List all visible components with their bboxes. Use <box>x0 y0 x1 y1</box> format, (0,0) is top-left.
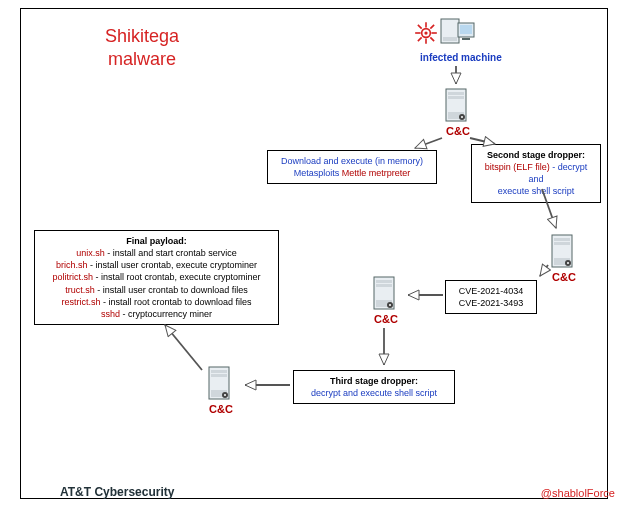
mettle-line2b: Mettle metrpreter <box>342 168 411 178</box>
svg-point-1 <box>424 31 427 34</box>
svg-rect-14 <box>462 38 470 40</box>
mettle-line2a: Metasploits <box>294 168 342 178</box>
footer-left: AT&T Cybersecurity <box>60 485 174 499</box>
svg-rect-13 <box>460 25 472 34</box>
svg-rect-23 <box>554 242 570 245</box>
payload-l2b: - install user crontab, execute cryptomi… <box>87 260 257 270</box>
cve-line2: CVE-2021-3493 <box>452 297 530 309</box>
svg-point-32 <box>389 304 391 306</box>
second-line2: execute shell script <box>478 185 594 197</box>
svg-rect-29 <box>376 284 392 287</box>
second-stage-title: Second stage dropper: <box>478 149 594 161</box>
svg-rect-34 <box>211 370 227 373</box>
payload-l1b: - install and start crontab service <box>105 248 237 258</box>
third-stage-line1: decrypt and execute shell script <box>300 387 448 399</box>
infected-machine-icon <box>438 17 476 55</box>
svg-line-6 <box>418 25 422 29</box>
footer-right: @shablolForce <box>541 487 615 499</box>
cc3-server-icon <box>370 275 398 317</box>
cve-line1: CVE-2021-4034 <box>452 285 530 297</box>
cc1-label: C&C <box>446 125 470 137</box>
cc2-server-icon <box>548 233 576 275</box>
svg-rect-16 <box>448 92 464 95</box>
cc4-label: C&C <box>209 403 233 415</box>
virus-icon <box>413 20 439 50</box>
third-stage-title: Third stage dropper: <box>300 375 448 387</box>
payload-l1a: unix.sh <box>76 248 105 258</box>
svg-rect-17 <box>448 96 464 99</box>
cve-box: CVE-2021-4034 CVE-2021-3493 <box>445 280 537 314</box>
payload-box: Final payload: unix.sh - install and sta… <box>34 230 279 325</box>
payload-l3b: - install root crontab, execute cryptomi… <box>93 272 261 282</box>
svg-rect-22 <box>554 238 570 241</box>
svg-rect-11 <box>443 37 457 41</box>
mettle-line1: Download and execute (in memory) <box>274 155 430 167</box>
cc4-server-icon <box>205 365 233 407</box>
title-line1: Shikitega <box>105 26 179 46</box>
svg-point-20 <box>461 116 463 118</box>
svg-line-7 <box>430 37 434 41</box>
payload-l6a: sshd <box>101 309 120 319</box>
payload-l5b: - install root crontab to download files <box>100 297 251 307</box>
payload-l4a: truct.sh <box>65 285 95 295</box>
second-stage-box: Second stage dropper: bitspin (ELF file)… <box>471 144 601 203</box>
payload-l3a: politrict.sh <box>52 272 93 282</box>
diagram-title: Shikitega malware <box>105 25 179 70</box>
svg-rect-35 <box>211 374 227 377</box>
infected-machine-label: infected machine <box>420 52 502 63</box>
mettle-box: Download and execute (in memory) Metaspl… <box>267 150 437 184</box>
third-stage-box: Third stage dropper: decrypt and execute… <box>293 370 455 404</box>
second-line1a: bitspin (ELF file) <box>485 162 550 172</box>
svg-line-8 <box>418 37 422 41</box>
payload-title: Final payload: <box>41 235 272 247</box>
payload-l2a: brich.sh <box>56 260 88 270</box>
cc2-label: C&C <box>552 271 576 283</box>
cc3-label: C&C <box>374 313 398 325</box>
cc1-server-icon <box>442 87 470 129</box>
payload-l5a: restrict.sh <box>61 297 100 307</box>
svg-point-26 <box>567 262 569 264</box>
svg-rect-28 <box>376 280 392 283</box>
payload-l6b: - cryptocurrency miner <box>120 309 212 319</box>
svg-point-38 <box>224 394 226 396</box>
svg-line-9 <box>430 25 434 29</box>
payload-l4b: - install user crontab to download files <box>95 285 248 295</box>
title-line2: malware <box>108 49 176 69</box>
